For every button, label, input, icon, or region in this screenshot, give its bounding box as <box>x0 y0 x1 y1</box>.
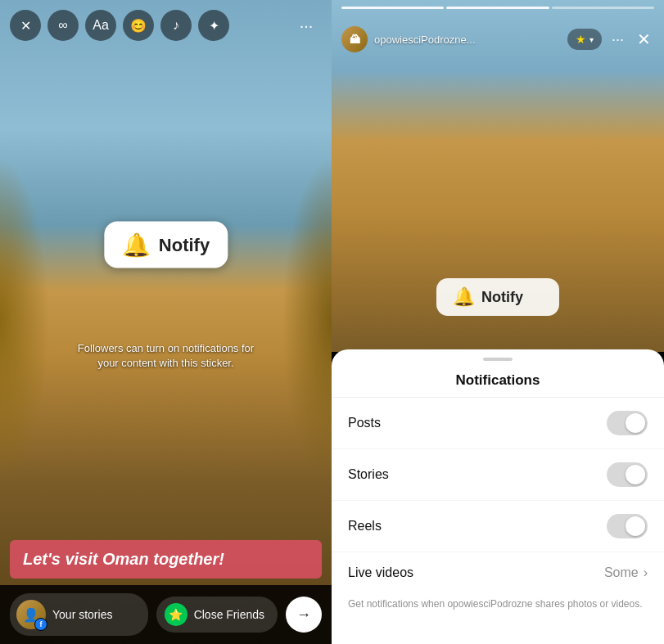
live-videos-chevron-icon: › <box>644 565 648 580</box>
right-notify-label: Notify <box>481 289 523 306</box>
right-notify-sticker: 🔔 Notify <box>436 278 559 316</box>
music-icon: ♪ <box>173 18 179 33</box>
stories-toggle[interactable] <box>607 462 648 487</box>
reels-notification-item: Reels <box>332 501 664 552</box>
posts-label: Posts <box>348 416 607 430</box>
avatar-container: 👤 f <box>16 600 46 629</box>
close-icon: ✕ <box>20 18 31 34</box>
text-button[interactable]: Aa <box>85 10 116 41</box>
close-button[interactable]: ✕ <box>10 10 41 41</box>
live-videos-item[interactable]: Live videos Some › <box>332 552 664 593</box>
notify-bell-icon: 🔔 <box>122 232 151 259</box>
next-button[interactable]: → <box>286 597 322 633</box>
emoji-icon: 😊 <box>130 18 147 34</box>
bottom-banner: Let's visit Oman together! <box>10 540 322 579</box>
left-panel: ✕ ∞ Aa 😊 ♪ ✦ ··· 🔔 Notify Followers can … <box>0 0 332 644</box>
reels-label: Reels <box>348 519 607 534</box>
stories-label: Stories <box>348 467 607 482</box>
infinity-button[interactable]: ∞ <box>47 10 79 41</box>
close-friends-button[interactable]: ⭐ Close Friends <box>156 597 278 633</box>
progress-bar-3 <box>552 7 654 9</box>
chevron-down-icon: ▾ <box>589 35 594 44</box>
right-avatar: 🏔 <box>341 26 368 52</box>
your-stories-button[interactable]: 👤 f Your stories <box>10 593 148 636</box>
bottom-action-bar: 👤 f Your stories ⭐ Close Friends → <box>0 585 332 644</box>
notify-description: Followers can turn on notifications for … <box>68 341 264 371</box>
right-close-button[interactable]: ✕ <box>634 26 654 52</box>
right-panel: 🏔 opowiesciPodrozne... ★ ▾ ··· ✕ 🔔 Notif… <box>332 0 664 644</box>
right-more-button[interactable]: ··· <box>608 28 627 52</box>
your-stories-label: Your stories <box>52 608 112 621</box>
toggle-knob <box>626 516 645 536</box>
posts-toggle[interactable] <box>607 411 648 435</box>
progress-bars <box>341 7 654 9</box>
right-notify-bell-icon: 🔔 <box>453 286 475 308</box>
sheet-title: Notifications <box>332 361 664 398</box>
infinity-icon: ∞ <box>58 18 67 33</box>
close-friends-label: Close Friends <box>194 608 264 621</box>
banner-text: Let's visit Oman together! <box>23 550 224 568</box>
live-videos-value: Some <box>604 565 639 580</box>
music-button[interactable]: ♪ <box>160 10 192 41</box>
right-username: opowiesciPodrozne... <box>374 34 561 46</box>
live-videos-label: Live videos <box>348 565 604 580</box>
sparkle-button[interactable]: ✦ <box>198 10 229 41</box>
star-icon: ★ <box>576 33 586 46</box>
sparkle-icon: ✦ <box>209 18 219 34</box>
facebook-badge: f <box>34 618 47 631</box>
left-toolbar: ✕ ∞ Aa 😊 ♪ ✦ ··· <box>0 10 332 41</box>
emoji-button[interactable]: 😊 <box>123 10 154 41</box>
more-icon: ··· <box>300 16 314 35</box>
notifications-bottom-sheet: Notifications Posts Stories Reels Live v… <box>332 349 664 644</box>
reels-toggle[interactable] <box>607 514 648 538</box>
stories-notification-item: Stories <box>332 449 664 501</box>
arrow-icon: → <box>296 606 311 624</box>
more-button[interactable]: ··· <box>291 10 322 41</box>
progress-bar-1 <box>341 7 444 9</box>
toggle-knob <box>626 413 645 433</box>
right-header: 🏔 opowiesciPodrozne... ★ ▾ ··· ✕ <box>332 10 664 52</box>
close-friends-icon: ⭐ <box>165 603 187 626</box>
text-icon: Aa <box>93 18 109 33</box>
progress-bar-2 <box>446 7 549 9</box>
toggle-knob <box>626 465 645 484</box>
sheet-description: Get notifications when opowiesciPodrozne… <box>332 593 664 628</box>
notify-sticker[interactable]: 🔔 Notify <box>104 222 228 268</box>
posts-notification-item: Posts <box>332 398 664 449</box>
star-button[interactable]: ★ ▾ <box>567 29 602 50</box>
notify-label: Notify <box>159 234 210 255</box>
